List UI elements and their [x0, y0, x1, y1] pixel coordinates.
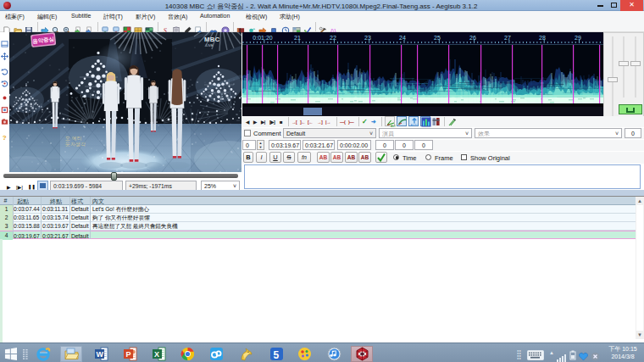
svg-text:22: 22	[330, 35, 336, 41]
svg-text:0:01:20: 0:01:20	[253, 35, 272, 41]
svg-text:W: W	[97, 350, 104, 359]
svg-text:웃자생각: 웃자생각	[65, 142, 86, 147]
svg-text:AUTO: AUTO	[391, 125, 396, 128]
svg-text:MBC: MBC	[204, 36, 220, 43]
svg-text:29: 29	[575, 35, 581, 41]
svg-text:24: 24	[399, 35, 406, 41]
svg-text:23: 23	[364, 35, 371, 41]
svg-text:P: P	[126, 350, 131, 359]
svg-text:오 예티: 오 예티	[65, 136, 82, 141]
svg-text:28: 28	[539, 35, 546, 41]
svg-text:27: 27	[504, 35, 511, 41]
svg-text:21: 21	[294, 35, 301, 41]
svg-text:LIVE: LIVE	[206, 43, 214, 47]
svg-text:?: ?	[3, 134, 7, 141]
svg-text:25: 25	[434, 35, 441, 41]
svg-text:AUTO: AUTO	[411, 124, 419, 127]
svg-text:26: 26	[469, 35, 476, 41]
svg-text:5: 5	[274, 349, 280, 361]
svg-text:X: X	[154, 350, 159, 359]
